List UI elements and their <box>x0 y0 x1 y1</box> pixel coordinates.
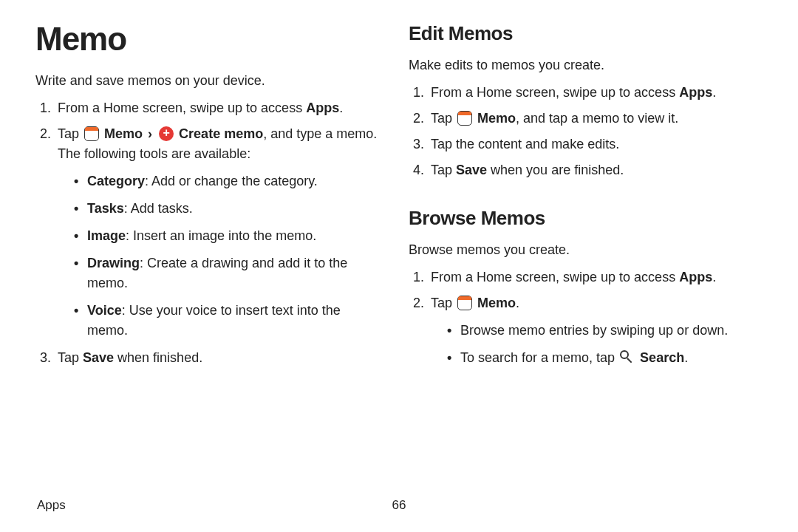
tool-image: Image: Insert an image into the memo. <box>74 226 382 246</box>
bold-apps: Apps <box>679 270 712 284</box>
text: . <box>712 270 716 284</box>
bold-apps: Apps <box>679 85 712 100</box>
text: To search for a memo, tap <box>460 350 618 365</box>
text: , and tap a memo to view it. <box>516 111 678 126</box>
browse-step-1: From a Home screen, swipe up to access A… <box>428 267 755 287</box>
memo-icon <box>457 296 472 310</box>
text: Tap <box>431 111 456 126</box>
edit-memos-intro: Make edits to memos you create. <box>409 55 755 75</box>
tool-desc: : Insert an image into the memo. <box>126 228 316 243</box>
memo-step-3: Tap Save when finished. <box>55 348 382 368</box>
browse-step-2: Tap Memo. Browse memo entries by swiping… <box>428 293 755 368</box>
edit-steps-list: From a Home screen, swipe up to access A… <box>409 83 755 180</box>
tool-drawing: Drawing: Create a drawing and add it to … <box>74 253 382 293</box>
tool-label: Category <box>87 174 145 188</box>
text: when finished. <box>114 350 202 365</box>
browse-bullet-swipe: Browse memo entries by swiping up or dow… <box>447 321 755 341</box>
bold-memo: Memo <box>477 296 516 310</box>
memo-step-2: Tap Memo › Create memo, and type a memo.… <box>55 124 382 341</box>
left-column: Memo Write and save memos on your device… <box>22 15 395 488</box>
tool-desc: : Use your voice to insert text into the… <box>87 303 341 338</box>
text: . <box>684 350 688 365</box>
footer-section: Apps <box>37 496 66 515</box>
tool-tasks: Tasks: Add tasks. <box>74 199 382 219</box>
text: Tap <box>58 350 83 365</box>
text: From a Home screen, swipe up to access <box>431 85 679 100</box>
tool-desc: : Add tasks. <box>124 201 193 216</box>
edit-memos-title: Edit Memos <box>409 19 755 48</box>
page-body: Memo Write and save memos on your device… <box>0 0 798 488</box>
tool-voice: Voice: Use your voice to insert text int… <box>74 301 382 341</box>
memo-intro: Write and save memos on your device. <box>35 71 382 91</box>
text: Tap <box>58 126 83 141</box>
edit-step-3: Tap the content and make edits. <box>428 134 755 154</box>
tool-label: Tasks <box>87 201 124 216</box>
text: . <box>516 296 519 310</box>
tool-label: Drawing <box>87 256 140 270</box>
text: From a Home screen, swipe up to access <box>58 100 306 115</box>
bold-search: Search <box>640 350 684 365</box>
text: Tap <box>431 296 456 310</box>
tool-desc: : Add or change the category. <box>145 174 318 188</box>
tool-label: Voice <box>87 303 122 318</box>
memo-step-1: From a Home screen, swipe up to access A… <box>55 98 382 118</box>
page-footer: Apps 66 <box>37 496 761 515</box>
text: Tap <box>431 163 456 177</box>
bold-apps: Apps <box>306 100 339 115</box>
edit-step-4: Tap Save when you are finished. <box>428 160 755 180</box>
bold-save: Save <box>456 163 487 177</box>
browse-steps-list: From a Home screen, swipe up to access A… <box>409 267 755 368</box>
edit-step-1: From a Home screen, swipe up to access A… <box>428 83 755 103</box>
page-title: Memo <box>35 15 382 64</box>
text: . <box>712 85 716 100</box>
bold-memo: Memo <box>477 111 516 126</box>
browse-bullet-search: To search for a memo, tap Search. <box>447 348 755 368</box>
bold-create-memo: Create memo <box>179 126 263 141</box>
memo-steps-list: From a Home screen, swipe up to access A… <box>35 98 382 368</box>
text: From a Home screen, swipe up to access <box>431 270 679 284</box>
footer-page-number: 66 <box>392 496 406 515</box>
tools-list: Category: Add or change the category. Ta… <box>58 171 382 341</box>
text: when you are finished. <box>487 163 624 177</box>
chevron-right-icon: › <box>146 126 154 141</box>
search-icon <box>620 350 635 365</box>
memo-icon <box>84 126 99 141</box>
bold-save: Save <box>83 350 114 365</box>
right-column: Edit Memos Make edits to memos you creat… <box>395 15 768 488</box>
memo-icon <box>457 111 472 126</box>
plus-icon <box>159 126 174 141</box>
bold-memo: Memo <box>104 126 143 141</box>
tool-category: Category: Add or change the category. <box>74 171 382 191</box>
text: . <box>339 100 343 115</box>
tool-label: Image <box>87 228 126 243</box>
browse-memos-title: Browse Memos <box>409 204 755 233</box>
browse-bullets: Browse memo entries by swiping up or dow… <box>431 321 755 368</box>
browse-memos-intro: Browse memos you create. <box>409 240 755 260</box>
edit-step-2: Tap Memo, and tap a memo to view it. <box>428 109 755 129</box>
